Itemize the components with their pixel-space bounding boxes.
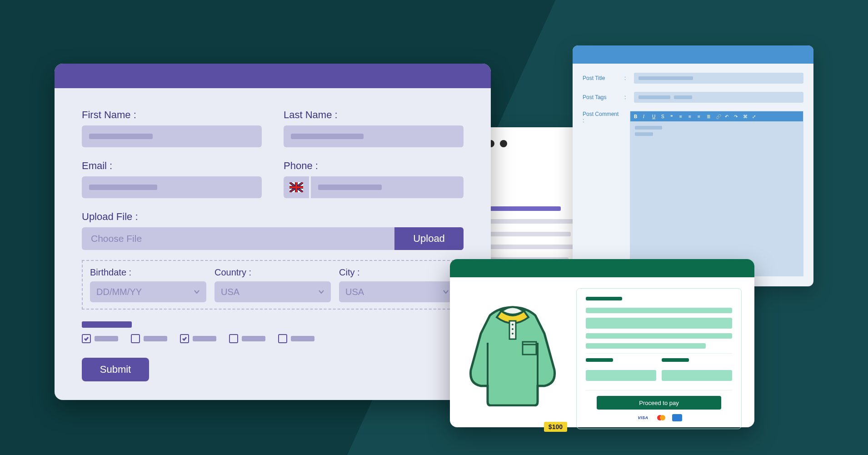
code-icon[interactable]: ⌘	[743, 114, 748, 119]
svg-rect-5	[289, 186, 303, 188]
mastercard-icon	[654, 413, 668, 422]
checkbox-group-label	[82, 321, 132, 328]
post-title-input[interactable]	[634, 73, 803, 84]
upload-label: Upload File :	[82, 211, 464, 223]
summary-field[interactable]	[662, 370, 732, 381]
extra-fields-group: Birthdate : DD/MM/YY Country : USA City …	[82, 260, 464, 310]
price-tag: $100	[544, 422, 567, 432]
payment-methods: VISA	[586, 413, 732, 422]
summary-subtitle	[586, 358, 613, 362]
align-left-icon[interactable]: ≡	[679, 114, 684, 119]
svg-point-7	[512, 324, 514, 325]
summary-line	[586, 333, 732, 339]
city-label: City :	[339, 267, 455, 278]
birthdate-select[interactable]: DD/MM/YY	[90, 281, 206, 302]
svg-point-13	[660, 415, 665, 420]
phone-input[interactable]	[311, 176, 464, 198]
post-tags-input[interactable]	[634, 92, 803, 103]
svg-point-9	[512, 333, 514, 335]
proceed-to-pay-button[interactable]: Proceed to pay	[597, 396, 721, 410]
window-dot	[500, 140, 507, 147]
country-label: Country :	[215, 267, 331, 278]
undo-icon[interactable]: ↶	[725, 114, 729, 119]
chevron-down-icon	[443, 289, 449, 295]
italic-icon[interactable]: I	[643, 114, 648, 119]
summary-field[interactable]	[586, 370, 656, 381]
birthdate-label: Birthdate :	[90, 267, 206, 278]
chevron-down-icon	[318, 289, 324, 295]
upload-placeholder: Choose File	[91, 233, 142, 244]
link-icon[interactable]: 🔗	[716, 114, 720, 119]
post-title-label: Post Title	[583, 75, 616, 81]
checkout-panel: $100 Proceed to pay	[450, 259, 754, 427]
order-summary: Proceed to pay VISA	[576, 288, 742, 429]
align-right-icon[interactable]: ≡	[698, 114, 702, 119]
last-name-input[interactable]	[284, 125, 464, 147]
post-tags-label: Post Tags	[583, 94, 616, 100]
chevron-down-icon	[194, 289, 200, 295]
email-label: Email :	[82, 160, 262, 172]
checkbox-item[interactable]	[229, 334, 265, 343]
last-name-label: Last Name :	[284, 109, 464, 121]
editor-toolbar: B I U S ❝ ≡ ≡ ≡ ≣ 🔗 ↶ ↷ ⌘ ⤢	[630, 111, 803, 121]
phone-flag-select[interactable]	[284, 176, 309, 198]
form-header	[55, 64, 491, 88]
checkout-header	[450, 259, 754, 277]
product-image: $100	[463, 288, 563, 429]
underline-icon[interactable]: U	[652, 114, 657, 119]
phone-label: Phone :	[284, 160, 464, 172]
checkbox-item[interactable]	[131, 334, 167, 343]
submit-button[interactable]: Submit	[82, 358, 149, 381]
summary-subtitle	[662, 358, 689, 362]
strike-icon[interactable]: S	[661, 114, 666, 119]
align-center-icon[interactable]: ≡	[688, 114, 693, 119]
summary-title	[586, 297, 622, 300]
post-comment-label: Post Comment :	[583, 111, 622, 276]
city-select[interactable]: USA	[339, 281, 455, 302]
checkbox-item[interactable]	[278, 334, 314, 343]
tshirt-icon	[463, 288, 563, 406]
checkbox-item[interactable]	[180, 334, 216, 343]
summary-line	[586, 343, 706, 349]
amex-icon	[672, 414, 682, 421]
upload-button[interactable]: Upload	[394, 227, 464, 250]
uk-flag-icon	[289, 182, 303, 192]
redo-icon[interactable]: ↷	[734, 114, 738, 119]
first-name-label: First Name :	[82, 109, 262, 121]
checkbox-item[interactable]	[82, 334, 118, 343]
expand-icon[interactable]: ⤢	[752, 114, 757, 119]
editor-content[interactable]	[630, 121, 803, 276]
rich-text-editor[interactable]: B I U S ❝ ≡ ≡ ≡ ≣ 🔗 ↶ ↷ ⌘ ⤢	[630, 111, 803, 276]
summary-line	[586, 308, 732, 313]
bold-icon[interactable]: B	[634, 114, 639, 119]
editor-header	[573, 45, 813, 64]
editor-panel: Post Title : Post Tags : Post Comment : …	[573, 45, 813, 286]
summary-line	[586, 318, 732, 329]
svg-point-8	[512, 328, 514, 330]
quote-icon[interactable]: ❝	[670, 114, 675, 119]
form-panel: First Name : Last Name : Email : Phone :	[55, 64, 491, 400]
email-input[interactable]	[82, 176, 262, 198]
first-name-input[interactable]	[82, 125, 262, 147]
checkbox-row	[82, 334, 464, 343]
visa-icon: VISA	[636, 413, 650, 422]
country-select[interactable]: USA	[215, 281, 331, 302]
list-icon[interactable]: ≣	[707, 114, 711, 119]
upload-file-field[interactable]: Choose File	[82, 227, 394, 250]
